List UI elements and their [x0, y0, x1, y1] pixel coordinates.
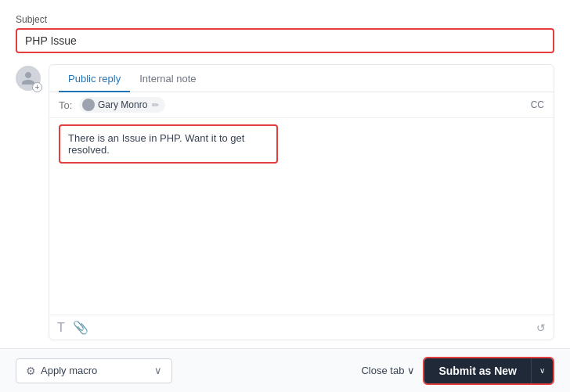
macro-icon: ⚙: [26, 365, 36, 377]
to-label: To:: [59, 99, 74, 111]
to-row: To: Gary Monro ✏ CC: [49, 92, 554, 118]
message-area[interactable]: There is an Issue in PHP. Want it to get…: [49, 118, 554, 315]
submit-group: Submit as New ∨: [423, 357, 554, 385]
reply-area: + Public reply Internal note To: Gary Mo…: [16, 64, 554, 340]
toolbar-row: T 📎 ↺: [49, 315, 554, 340]
submit-as-new-button[interactable]: Submit as New: [424, 358, 531, 383]
submit-chevron-icon: ∨: [539, 366, 545, 375]
avatar: +: [16, 66, 41, 91]
subject-input[interactable]: [16, 28, 554, 53]
avatar-col: +: [16, 64, 41, 340]
recipient-name: Gary Monro: [98, 99, 147, 110]
subject-label: Subject: [16, 14, 554, 25]
apply-macro-button[interactable]: ⚙ Apply macro ∨: [16, 358, 172, 383]
close-tab-button[interactable]: Close tab ∨: [361, 365, 415, 376]
submit-dropdown-button[interactable]: ∨: [531, 358, 553, 383]
avatar-plus-icon[interactable]: +: [32, 82, 42, 92]
right-actions: Close tab ∨ Submit as New ∨: [361, 357, 554, 385]
cc-button[interactable]: CC: [531, 99, 544, 110]
refresh-icon[interactable]: ↺: [536, 322, 546, 334]
reply-panel: Public reply Internal note To: Gary Monr…: [49, 64, 554, 340]
recipient-badge[interactable]: Gary Monro ✏: [79, 97, 165, 113]
tab-public-reply[interactable]: Public reply: [59, 65, 130, 92]
text-format-icon[interactable]: T: [57, 321, 65, 335]
recipient-avatar-icon: [82, 99, 95, 111]
apply-macro-chevron-icon: ∨: [154, 365, 162, 376]
close-tab-label: Close tab: [361, 365, 404, 376]
edit-icon[interactable]: ✏: [152, 100, 159, 110]
tab-internal-note[interactable]: Internal note: [130, 65, 205, 92]
apply-macro-label: Apply macro: [41, 365, 97, 376]
close-tab-chevron-icon: ∨: [407, 365, 415, 376]
attach-icon[interactable]: 📎: [73, 320, 88, 335]
bottom-bar: ⚙ Apply macro ∨ Close tab ∨ Submit as Ne…: [0, 348, 570, 392]
main-content: Subject + Public reply Internal note To:: [0, 0, 570, 348]
tabs-container: Public reply Internal note: [49, 65, 554, 92]
message-text: There is an Issue in PHP. Want it to get…: [59, 124, 278, 164]
